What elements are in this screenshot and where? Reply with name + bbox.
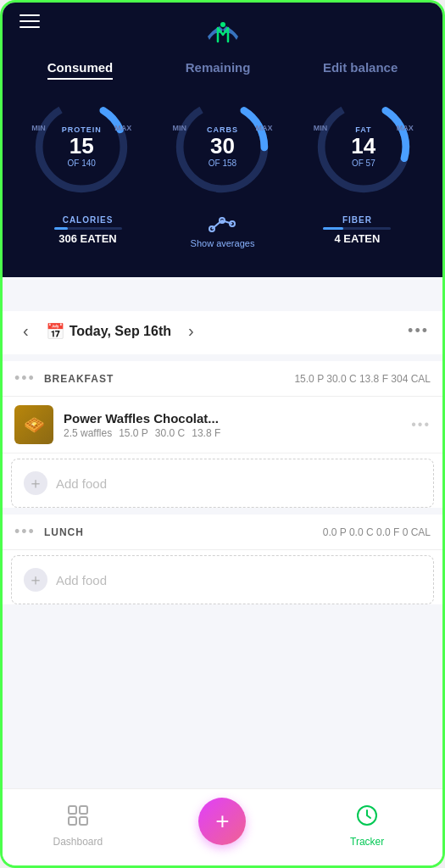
svg-rect-12 [69,817,76,825]
carbs-max: MAX [255,124,272,132]
nav-add-button[interactable]: + [198,798,246,845]
lunch-add-food-icon: ＋ [24,568,47,592]
fat-center: FAT 14 OF 57 [351,125,375,168]
fiber-stat: FIBER 4 EATEN [323,215,391,245]
bottom-nav: Dashboard + Tracker [3,788,442,865]
power-waffles-image: 🧇 [14,405,53,444]
calories-label: CALORIES [63,215,114,225]
stats-section: Consumed Remaining Edit balance MIN MAX … [3,52,442,277]
calories-bar [54,227,122,230]
tab-remaining[interactable]: Remaining [186,60,251,80]
hamburger-menu[interactable] [19,14,40,28]
bottom-stats-row: CALORIES 306 EATEN Show averages FIBER [11,209,434,252]
show-averages-label: Show averages [191,238,255,248]
lunch-macros: 0.0 P 0.0 C 0.0 F 0 CAL [323,526,431,538]
calories-stat: CALORIES 306 EATEN [54,215,122,245]
power-waffles-item[interactable]: 🧇 Power Waffles Chocolat... 2.5 waffles … [3,397,442,453]
phone-frame: Consumed Remaining Edit balance MIN MAX … [0,0,445,868]
breakfast-header: ••• BREAKFAST 15.0 P 30.0 C 13.8 F 304 C… [3,361,442,397]
breakfast-macros: 15.0 P 30.0 C 13.8 F 304 CAL [294,373,431,385]
svg-rect-13 [80,817,87,825]
power-waffles-info: Power Waffles Chocolat... 2.5 waffles 15… [64,411,411,439]
carbs-min: MIN [172,124,186,132]
nav-dashboard[interactable]: Dashboard [48,804,108,848]
protein-gauge: MIN MAX PROTEIN 15 OF 140 [26,92,136,202]
plus-icon: + [215,810,229,833]
svg-rect-10 [69,806,76,814]
calories-value: 306 EATEN [58,232,116,245]
fiber-value: 4 EATEN [334,232,380,245]
breakfast-add-food-label: Add food [56,476,107,491]
tab-edit-balance[interactable]: Edit balance [323,60,398,80]
lunch-dots[interactable]: ••• [14,523,36,541]
stats-tabs: Consumed Remaining Edit balance [11,52,434,85]
more-options-button[interactable]: ••• [408,322,429,340]
svg-point-0 [220,22,225,27]
power-waffles-details: 2.5 waffles 15.0 P 30.0 C 13.8 F [64,427,411,439]
lunch-header: ••• LUNCH 0.0 P 0.0 C 0.0 F 0 CAL [3,515,442,550]
breakfast-add-food-button[interactable]: ＋ Add food [11,459,434,508]
fiber-bar [323,227,391,230]
breakfast-name: BREAKFAST [44,373,295,385]
next-date-button[interactable]: › [181,320,201,342]
fat-min: MIN [314,124,328,132]
power-waffles-name: Power Waffles Chocolat... [64,411,411,426]
tracker-icon [355,804,379,832]
tracker-label: Tracker [350,836,384,848]
breakfast-section: ••• BREAKFAST 15.0 P 30.0 C 13.8 F 304 C… [3,361,442,508]
breakfast-dots[interactable]: ••• [14,370,36,387]
svg-rect-11 [80,806,87,814]
protein-max: MAX [114,124,131,132]
nav-tracker[interactable]: Tracker [337,804,397,848]
calendar-icon: 📅 [46,322,64,341]
carbs-gauge: MIN MAX CARBS 30 OF 158 [167,92,277,202]
date-nav: ‹ 📅 Today, Sep 16th › ••• [3,311,442,354]
carbs-center: CARBS 30 OF 158 [207,125,238,168]
app-header [3,3,442,52]
food-item-dots[interactable]: ••• [411,417,431,432]
gauges-row: MIN MAX PROTEIN 15 OF 140 MIN MAX [11,85,434,209]
fat-max: MAX [397,124,414,132]
app-logo [204,14,242,52]
lunch-add-food-button[interactable]: ＋ Add food [11,555,434,604]
fat-gauge: MIN MAX FAT 14 OF 57 [309,92,419,202]
dashboard-label: Dashboard [53,836,103,848]
protein-center: PROTEIN 15 OF 140 [62,125,102,168]
add-food-icon: ＋ [24,471,47,495]
main-content: ‹ 📅 Today, Sep 16th › ••• ••• BREAKFAST … [3,277,442,788]
protein-min: MIN [31,124,46,132]
fiber-label: FIBER [342,215,372,225]
lunch-add-food-label: Add food [56,573,107,587]
date-label: 📅 Today, Sep 16th [46,322,171,341]
dashboard-icon [66,804,90,832]
lunch-section: ••• LUNCH 0.0 P 0.0 C 0.0 F 0 CAL ＋ Add … [3,515,442,604]
tab-consumed[interactable]: Consumed [47,60,114,80]
prev-date-button[interactable]: ‹ [16,320,36,342]
show-averages[interactable]: Show averages [191,212,255,248]
lunch-name: LUNCH [44,526,323,538]
